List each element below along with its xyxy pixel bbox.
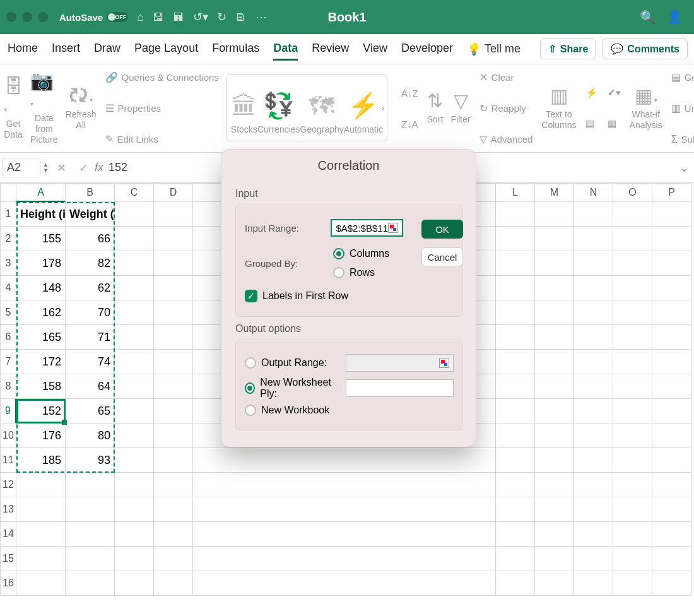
tell-me-search[interactable]: 💡 Tell me: [467, 42, 520, 56]
cell[interactable]: [154, 448, 193, 473]
cell[interactable]: [613, 227, 652, 251]
undo-icon[interactable]: ↺▾: [193, 10, 208, 24]
range-picker-icon[interactable]: [388, 223, 398, 233]
cell[interactable]: [16, 473, 66, 497]
cell[interactable]: [574, 424, 613, 448]
cell[interactable]: [652, 202, 691, 227]
cell[interactable]: [535, 448, 574, 473]
subtotal-button[interactable]: ΣSubtotal: [671, 127, 694, 151]
cell[interactable]: 71: [66, 325, 115, 350]
cell[interactable]: [652, 325, 691, 350]
col-header-M[interactable]: M: [535, 183, 574, 202]
data-types-gallery[interactable]: 🏛Stocks 💱Currencies 🗺Geography ⚡Automati…: [226, 74, 387, 141]
more-icon[interactable]: ⋯: [256, 10, 267, 24]
cell[interactable]: 62: [66, 276, 115, 300]
stocks-data-type[interactable]: 🏛Stocks: [231, 92, 257, 134]
cell[interactable]: [535, 325, 574, 350]
cell[interactable]: [535, 374, 574, 399]
row-header[interactable]: 12: [0, 473, 16, 497]
tab-page-layout[interactable]: Page Layout: [134, 38, 198, 61]
cell[interactable]: 148: [16, 276, 66, 300]
cell[interactable]: [496, 497, 535, 522]
row-header[interactable]: 10: [0, 424, 16, 448]
range-picker-icon[interactable]: [439, 358, 449, 368]
refresh-all-button[interactable]: 🗘 RefreshAll: [62, 64, 100, 152]
cell[interactable]: [613, 571, 652, 596]
save-as-icon[interactable]: 🖬: [173, 11, 184, 24]
cell[interactable]: [115, 522, 154, 547]
cell[interactable]: [496, 399, 535, 424]
cell[interactable]: [496, 547, 535, 571]
ungroup-button[interactable]: ▥Ungroup ▾: [671, 96, 694, 121]
output-range-radio[interactable]: Output Range:: [245, 357, 339, 369]
cell[interactable]: 172: [16, 350, 66, 374]
cell[interactable]: [613, 350, 652, 374]
cell[interactable]: [613, 202, 652, 227]
cell[interactable]: [193, 448, 496, 473]
cell[interactable]: [154, 424, 193, 448]
output-range-field[interactable]: [346, 354, 454, 372]
cell[interactable]: [193, 522, 496, 547]
tab-data[interactable]: Data: [273, 38, 298, 61]
row-header[interactable]: 7: [0, 350, 16, 374]
cell[interactable]: [574, 399, 613, 424]
cell[interactable]: [652, 424, 691, 448]
cell[interactable]: [535, 300, 574, 325]
cell[interactable]: [535, 473, 574, 497]
new-worksheet-radio[interactable]: New Worksheet Ply:: [245, 377, 339, 400]
cell[interactable]: [574, 202, 613, 227]
data-from-picture-button[interactable]: 📷 Data fromPicture: [26, 64, 62, 152]
cell[interactable]: 65: [66, 399, 115, 424]
sort-za-button[interactable]: Z↓A: [401, 112, 418, 136]
consolidate-button[interactable]: ▦: [608, 112, 621, 136]
cell[interactable]: 155: [16, 227, 66, 251]
advanced-filter-button[interactable]: ▽Advanced: [479, 127, 533, 151]
cell[interactable]: [154, 374, 193, 399]
cell[interactable]: [574, 276, 613, 300]
row-header[interactable]: 4: [0, 276, 16, 300]
account-icon[interactable]: 👤: [667, 9, 683, 25]
cell[interactable]: [115, 399, 154, 424]
cancel-button[interactable]: Cancel: [421, 247, 463, 266]
geography-data-type[interactable]: 🗺Geography: [300, 92, 344, 134]
cell[interactable]: 158: [16, 374, 66, 399]
cell[interactable]: 152: [16, 399, 66, 424]
edit-links-button[interactable]: ✎Edit Links: [105, 127, 219, 151]
cell[interactable]: 82: [66, 251, 115, 276]
queries-connections-button[interactable]: 🔗Queries & Connections: [105, 65, 219, 90]
cell[interactable]: [16, 571, 66, 596]
search-icon[interactable]: 🔍: [640, 9, 656, 25]
cell[interactable]: [535, 350, 574, 374]
tab-developer[interactable]: Developer: [401, 38, 453, 61]
cell[interactable]: [115, 424, 154, 448]
cell[interactable]: 74: [66, 350, 115, 374]
cell[interactable]: [66, 473, 115, 497]
cell[interactable]: [66, 547, 115, 571]
cell[interactable]: [66, 497, 115, 522]
row-header[interactable]: 13: [0, 497, 16, 522]
cell[interactable]: 176: [16, 424, 66, 448]
cell[interactable]: [115, 571, 154, 596]
col-header-D[interactable]: D: [154, 183, 193, 202]
cell[interactable]: [613, 300, 652, 325]
cell[interactable]: [115, 325, 154, 350]
cell[interactable]: [496, 251, 535, 276]
cell[interactable]: [613, 276, 652, 300]
cell[interactable]: [652, 374, 691, 399]
col-header-L[interactable]: L: [496, 183, 535, 202]
cell[interactable]: 165: [16, 325, 66, 350]
cell[interactable]: [496, 424, 535, 448]
cell[interactable]: [16, 522, 66, 547]
cell[interactable]: [115, 448, 154, 473]
cell[interactable]: [496, 300, 535, 325]
cell[interactable]: [154, 473, 193, 497]
flash-fill-button[interactable]: ⚡: [585, 81, 597, 105]
labels-first-row-checkbox[interactable]: ✓ Labels in First Row: [245, 290, 348, 302]
cell[interactable]: 80: [66, 424, 115, 448]
cell[interactable]: [574, 497, 613, 522]
row-header[interactable]: 15: [0, 547, 16, 571]
cell[interactable]: [154, 497, 193, 522]
gallery-scroll-icon[interactable]: ›: [381, 103, 384, 113]
cell[interactable]: [574, 522, 613, 547]
cell[interactable]: [154, 325, 193, 350]
